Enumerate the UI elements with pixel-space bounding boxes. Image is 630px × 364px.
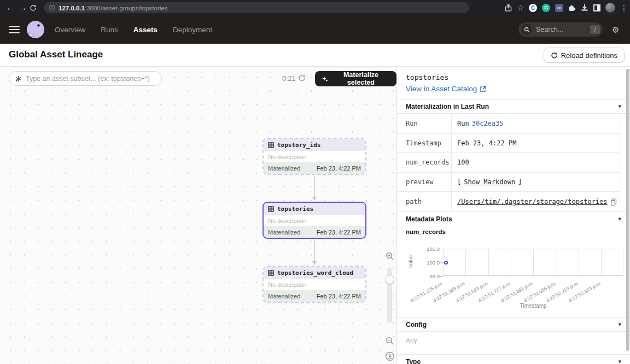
- bracket: [: [457, 178, 461, 186]
- nav-tab-overview[interactable]: Overview: [55, 26, 85, 34]
- global-search[interactable]: Search... /: [518, 22, 603, 37]
- materialize-selected-button[interactable]: Materialize selected: [315, 71, 396, 86]
- browser-reload-icon[interactable]: [30, 4, 43, 11]
- download-icon[interactable]: [581, 4, 588, 11]
- browser-profile-avatar[interactable]: [605, 3, 615, 13]
- chevron-down-icon[interactable]: ▾: [618, 358, 621, 364]
- asset-node-description: No description: [264, 279, 365, 290]
- section-title: Materialization in Last Run: [406, 103, 489, 110]
- view-in-asset-catalog-link[interactable]: View in Asset Catalog: [406, 85, 486, 93]
- y-tick: 100.0: [417, 260, 440, 266]
- asset-node-status: Materialized Feb 23, 4:22 PM: [264, 226, 365, 238]
- site-info-icon[interactable]: ⓘ: [49, 4, 55, 12]
- asset-node-status: Materialized Feb 23, 4:22 PM: [264, 290, 365, 302]
- browser-back-icon[interactable]: ←: [3, 4, 16, 11]
- share-icon[interactable]: [505, 4, 512, 11]
- chevron-down-icon[interactable]: ▾: [618, 215, 621, 222]
- path-link[interactable]: /Users/tim/.dagster/storage/topstories: [457, 198, 608, 206]
- browser-forward-icon[interactable]: →: [16, 4, 30, 11]
- asset-filter-input[interactable]: [26, 75, 155, 83]
- zoom-out-icon[interactable]: [386, 337, 394, 345]
- asset-node-topstory-ids[interactable]: topstory_ids No description Materialized…: [262, 138, 366, 175]
- show-markdown-link[interactable]: Show Markdown: [464, 178, 515, 186]
- bookmark-star-icon[interactable]: ☆: [517, 4, 524, 11]
- asset-node-name: topstory_ids: [277, 142, 320, 149]
- extensions-puzzle-icon[interactable]: [568, 4, 576, 11]
- copy-icon[interactable]: [610, 198, 617, 206]
- nav-tab-assets[interactable]: Assets: [133, 26, 158, 34]
- table-row-preview: preview [Show Markdown]: [397, 173, 620, 192]
- materialize-sparkle-icon: [322, 75, 328, 83]
- asset-selector-icon: [15, 75, 22, 82]
- section-title: Type: [406, 358, 421, 364]
- num-records-chart: Value 101.0 100.0 99.0 4:22:51.235 p.m. …: [397, 240, 630, 314]
- section-metadata-plots[interactable]: Metadata Plots ▾: [397, 212, 630, 226]
- row-label: preview: [397, 173, 452, 192]
- run-id-link[interactable]: 30c2ea35: [472, 120, 504, 127]
- nav-tab-deployment[interactable]: Deployment: [173, 26, 212, 34]
- refresh-timer: 0:21: [282, 75, 295, 83]
- section-config[interactable]: Config ▾: [397, 317, 630, 332]
- url-text: 127.0.0.1:3000/asset-groups/topstories: [59, 3, 167, 13]
- status-label: Materialized: [268, 293, 300, 300]
- section-title: Metadata Plots: [406, 215, 452, 223]
- graph-refresh-icon[interactable]: [298, 74, 306, 82]
- status-timestamp: Feb 23, 4:22 PM: [317, 293, 361, 300]
- reader-square-icon[interactable]: [593, 4, 600, 11]
- asset-detail-panel: topstories View in Asset Catalog Materia…: [397, 67, 630, 364]
- nav-tabs: Overview Runs Assets Deployment: [55, 26, 212, 34]
- panel-scrollbar[interactable]: [626, 69, 629, 351]
- row-label: path: [397, 192, 452, 212]
- extension-c-icon[interactable]: C: [529, 4, 537, 12]
- plot-area: [443, 249, 623, 276]
- x-tick: 4:22:51.235 p.m.: [401, 280, 444, 309]
- settings-gear-icon[interactable]: ⚙: [612, 26, 619, 34]
- section-type[interactable]: Type ▾: [397, 354, 630, 364]
- dagster-logo-icon[interactable]: [26, 20, 45, 39]
- asset-node-description: No description: [264, 151, 365, 162]
- table-row-num-records: num_records 100: [397, 153, 620, 173]
- search-shortcut-key: /: [590, 25, 600, 34]
- asset-node-topstories[interactable]: topstories No description Materialized F…: [262, 202, 366, 239]
- status-label: Materialized: [268, 229, 300, 236]
- browser-menu-icon[interactable]: ⋮: [620, 4, 628, 11]
- zoom-in-icon[interactable]: [386, 252, 394, 261]
- zoom-to-fit-icon[interactable]: [385, 351, 395, 361]
- y-axis-label: Value: [407, 251, 413, 273]
- row-label: Run: [397, 114, 452, 133]
- row-label: Timestamp: [397, 134, 452, 153]
- section-materialization-last-run[interactable]: Materialization in Last Run ▾: [397, 99, 630, 114]
- hamburger-menu-icon[interactable]: [9, 24, 20, 35]
- extension-grammarly-icon[interactable]: G: [542, 4, 550, 12]
- table-icon: [268, 270, 274, 276]
- table-row-timestamp: Timestamp Feb 23, 4:22 PM: [397, 134, 620, 154]
- reload-definitions-button[interactable]: Reload definitions: [544, 48, 625, 63]
- nav-tab-runs[interactable]: Runs: [101, 26, 118, 34]
- page-header: Global Asset Lineage Reload definitions: [0, 44, 630, 67]
- extension-goggles-icon[interactable]: ∞: [555, 4, 563, 12]
- chevron-down-icon[interactable]: ▾: [618, 321, 621, 328]
- app-nav: Overview Runs Assets Deployment Search..…: [0, 15, 630, 44]
- url-bar[interactable]: ⓘ 127.0.0.1:3000/asset-groups/topstories: [44, 2, 469, 13]
- status-label: Materialized: [268, 165, 300, 172]
- asset-node-name: topstories_word_cloud: [277, 269, 353, 277]
- table-row-path: path /Users/tim/.dagster/storage/topstor…: [397, 192, 620, 212]
- x-axis-label: Timestamp: [443, 303, 623, 309]
- status-timestamp: Feb 23, 4:22 PM: [317, 165, 361, 172]
- asset-node-topstories-word-cloud[interactable]: topstories_word_cloud No description Mat…: [262, 266, 366, 303]
- plot-title: num_records: [406, 228, 446, 235]
- zoom-slider-handle[interactable]: [385, 275, 394, 284]
- row-label: num_records: [397, 153, 452, 172]
- table-row-run: Run Run 30c2ea35: [397, 114, 620, 134]
- run-prefix: Run: [457, 120, 469, 127]
- search-icon: [521, 24, 532, 35]
- external-link-icon: [480, 86, 486, 92]
- search-placeholder: Search...: [536, 26, 590, 33]
- data-point[interactable]: [444, 261, 448, 265]
- chevron-down-icon[interactable]: ▾: [618, 103, 621, 110]
- browser-actions: ☆ C G ∞ ⋮: [505, 0, 628, 15]
- asset-node-status: Materialized Feb 23, 4:22 PM: [264, 162, 365, 174]
- materialization-table: Run Run 30c2ea35 Timestamp Feb 23, 4:22 …: [397, 114, 620, 212]
- catalog-link-label: View in Asset Catalog: [406, 85, 477, 93]
- reload-icon: [551, 52, 558, 59]
